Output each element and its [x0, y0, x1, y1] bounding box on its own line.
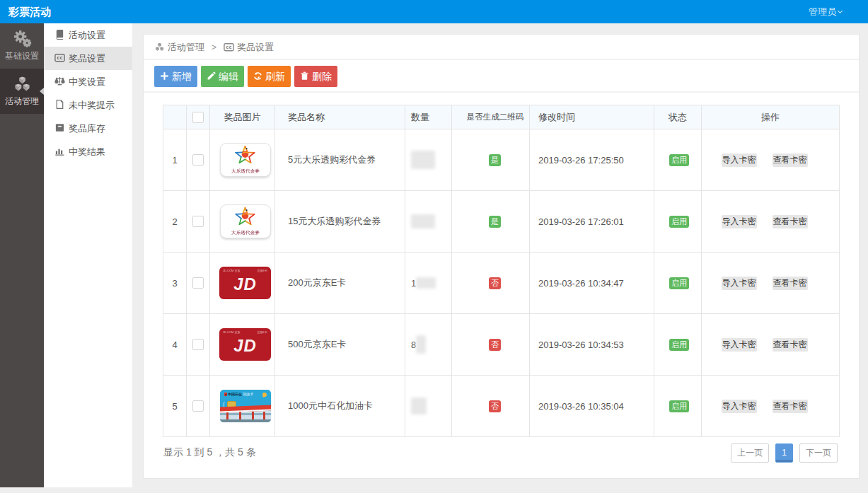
- sidebar-item-activity-management[interactable]: 活动管理: [0, 69, 44, 114]
- cell-time: 2019-03-26 17:26:01: [530, 191, 654, 253]
- submenu-item-prize-settings[interactable]: cc奖品设置: [44, 47, 132, 70]
- cell-quantity: [405, 191, 452, 253]
- fuel-icon: [262, 392, 267, 397]
- sidebar-item-label: 基础设置: [0, 50, 44, 69]
- table-footer: 显示 1 到 5 ，共 5 条 上一页 1 下一页: [163, 443, 838, 462]
- cell-time: 2019-03-26 10:35:04: [530, 376, 654, 437]
- row-checkbox[interactable]: [192, 339, 204, 350]
- breadcrumb-item[interactable]: 活动管理: [154, 42, 204, 52]
- button-label: 删除: [312, 71, 332, 82]
- view-card-keys-button[interactable]: 查看卡密: [772, 215, 808, 228]
- file-icon: [54, 99, 65, 110]
- col-status: 状态: [654, 105, 702, 129]
- submenu-item-label: 奖品设置: [69, 53, 105, 64]
- refresh-button[interactable]: 刷新: [248, 66, 291, 87]
- table-row: 4 JD.COM 京东京东E卡 JD 500元京东E卡8否2019-03-26 …: [163, 314, 840, 376]
- select-all-checkbox[interactable]: [192, 112, 204, 123]
- cell-checkbox: [187, 376, 210, 437]
- submenu-item-label: 中奖设置: [69, 76, 105, 87]
- pencil-icon: [207, 71, 216, 81]
- delete-button[interactable]: 删除: [294, 66, 337, 87]
- cell-checkbox: [187, 253, 210, 314]
- refresh-icon: [253, 71, 262, 81]
- cell-quantity: 1: [405, 253, 452, 314]
- row-checkbox[interactable]: [192, 277, 204, 289]
- record-summary: 显示 1 到 5 ，共 5 条: [163, 446, 256, 459]
- cell-actions: 导入卡密查看卡密: [702, 191, 840, 253]
- page-1-button[interactable]: 1: [775, 443, 793, 463]
- cell-actions: 导入卡密查看卡密: [702, 253, 840, 314]
- cell-index: 4: [163, 314, 187, 376]
- quantity-visible: 8: [411, 340, 416, 350]
- cell-prize-name: 500元京东E卡: [275, 314, 405, 376]
- cell-quantity: [405, 129, 452, 191]
- next-page-button[interactable]: 下一页: [799, 443, 838, 463]
- quantity-redacted: [411, 151, 435, 169]
- import-card-keys-button[interactable]: 导入卡密: [722, 215, 757, 228]
- row-checkbox[interactable]: [192, 154, 204, 166]
- cell-status: 启用: [654, 314, 702, 376]
- cell-index: 3: [163, 253, 187, 314]
- prize-image-jd-card: JD.COM 京东京东E卡 JD: [219, 328, 271, 361]
- view-card-keys-button[interactable]: 查看卡密: [772, 277, 808, 290]
- secondary-sidebar: 活动设置cc奖品设置中奖设置未中奖提示奖品库存中奖结果: [44, 23, 132, 487]
- cell-prize-image: JD.COM 京东京东E卡 JD: [210, 314, 275, 376]
- col-prize-image: 奖品图片: [210, 105, 275, 129]
- add-button[interactable]: 新增: [154, 66, 197, 87]
- prize-image-caption: 大乐透代金券: [221, 230, 269, 235]
- cell-status: 启用: [654, 253, 702, 314]
- sinopec-logo: ▲ 中国石化 加油卡: [224, 393, 254, 396]
- cell-qr: 否: [452, 253, 530, 314]
- user-name: 管理员: [809, 6, 836, 17]
- import-card-keys-button[interactable]: 导入卡密: [722, 400, 757, 413]
- import-card-keys-button[interactable]: 导入卡密: [722, 277, 757, 290]
- cell-checkbox: [187, 129, 210, 191]
- import-card-keys-button[interactable]: 导入卡密: [722, 153, 757, 167]
- cell-checkbox: [187, 191, 210, 253]
- submenu-item-label: 未中奖提示: [69, 100, 115, 110]
- cc-icon: cc: [54, 52, 65, 63]
- prev-page-button[interactable]: 上一页: [731, 443, 769, 463]
- button-label: 刷新: [265, 71, 285, 82]
- table-row: 2 大乐透代金券 15元大乐透购彩代金券是2019-03-26 17:26:01…: [163, 191, 840, 253]
- col-actions: 操作: [702, 105, 840, 129]
- sidebar-item-basic-settings[interactable]: 基础设置: [0, 23, 44, 69]
- submenu-item-prize-inventory[interactable]: 奖品库存: [44, 117, 132, 140]
- edit-button[interactable]: 编辑: [201, 66, 244, 87]
- cell-index: 2: [163, 191, 187, 253]
- col-checkbox: [187, 105, 210, 129]
- prize-image-dlt-voucher: 大乐透代金券: [220, 204, 271, 238]
- col-index: [163, 105, 187, 129]
- jd-logo: JD: [219, 274, 271, 294]
- qr-badge: 否: [489, 339, 501, 351]
- prize-image-dlt-voucher: 大乐透代金券: [220, 143, 271, 177]
- cell-status: 启用: [654, 129, 702, 191]
- svg-text:cc: cc: [57, 54, 62, 61]
- qr-badge: 是: [489, 154, 501, 166]
- prize-table: 奖品图片奖品名称数量是否生成二维码修改时间状态操作 1 大乐透代金券 5元大乐透…: [163, 105, 840, 437]
- cc-icon: cc: [224, 37, 234, 47]
- submenu-item-no-win-prompt[interactable]: 未中奖提示: [44, 93, 132, 117]
- submenu-item-winning-settings[interactable]: 中奖设置: [44, 70, 132, 93]
- cell-time: 2019-03-26 10:34:53: [530, 314, 654, 376]
- view-card-keys-button[interactable]: 查看卡密: [772, 338, 808, 352]
- breadcrumb-item[interactable]: cc奖品设置: [224, 42, 274, 52]
- cell-index: 1: [163, 129, 187, 191]
- status-badge: 启用: [669, 216, 689, 228]
- cell-qr: 否: [452, 314, 530, 376]
- svg-text:cc: cc: [226, 44, 231, 50]
- archive-icon: [54, 122, 65, 133]
- gears-icon: [0, 29, 44, 48]
- import-card-keys-button[interactable]: 导入卡密: [722, 338, 757, 352]
- primary-sidebar: 基础设置活动管理: [0, 23, 44, 487]
- submenu-item-winning-results[interactable]: 中奖结果: [44, 140, 132, 163]
- qr-badge: 否: [489, 277, 501, 289]
- status-badge: 启用: [669, 400, 689, 412]
- table-row: 1 大乐透代金券 5元大乐透购彩代金券是2019-03-26 17:25:50启…: [163, 129, 840, 191]
- user-menu[interactable]: 管理员: [809, 0, 842, 23]
- row-checkbox[interactable]: [192, 216, 204, 227]
- submenu-item-activity-settings[interactable]: 活动设置: [44, 23, 132, 47]
- view-card-keys-button[interactable]: 查看卡密: [772, 153, 808, 167]
- row-checkbox[interactable]: [192, 400, 204, 412]
- view-card-keys-button[interactable]: 查看卡密: [772, 400, 808, 413]
